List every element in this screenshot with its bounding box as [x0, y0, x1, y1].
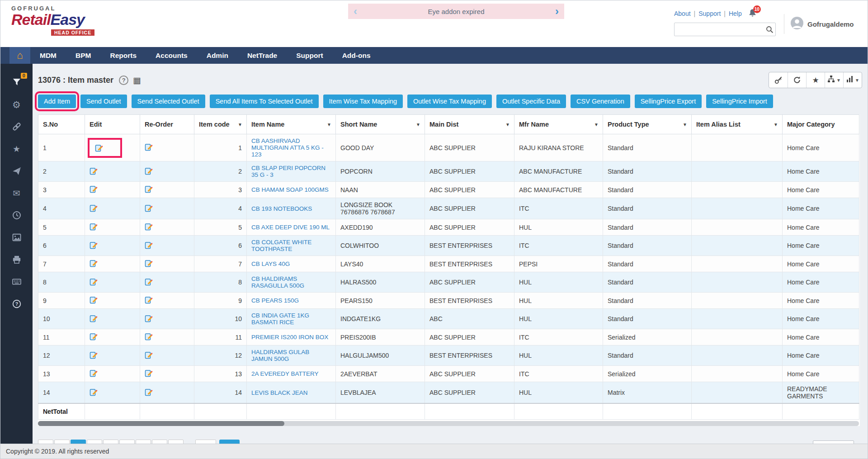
column-header-item-code[interactable]: Item code▼ [194, 115, 247, 134]
header-link-support[interactable]: Support [698, 10, 721, 17]
edit-icon[interactable] [90, 259, 98, 267]
home-button[interactable]: ⌂ [9, 47, 30, 64]
key-settings-button[interactable] [769, 72, 788, 88]
nav-item-accounts[interactable]: Accounts [146, 47, 197, 64]
chart-view-button[interactable]: ▼ [843, 72, 862, 88]
send-selected-outlet-button[interactable]: Send Selected Outlet [132, 95, 205, 108]
header-link-help[interactable]: Help [729, 10, 742, 17]
outlet-wise-tax-mapping-button[interactable]: Outlet Wise Tax Mapping [407, 95, 492, 108]
nav-item-bpm[interactable]: BPM [66, 47, 100, 64]
edit-icon[interactable] [90, 314, 98, 322]
column-header-main-dist[interactable]: Main Dist▼ [425, 115, 514, 134]
nav-item-add-ons[interactable]: Add-ons [333, 47, 380, 64]
send-outlet-icon[interactable] [11, 165, 23, 177]
user-menu[interactable]: Gofrugaldemo [791, 17, 854, 31]
item-name-link[interactable]: CB AASHIRVAAD MULTIGRAIN ATTA 5 KG - 123 [251, 137, 324, 158]
column-header-product-type[interactable]: Product Type▼ [603, 115, 692, 134]
chevron-left-icon[interactable]: ‹ [354, 6, 357, 17]
history-icon[interactable] [11, 209, 23, 221]
sort-icon[interactable]: ▼ [416, 122, 420, 127]
item-wise-tax-mapping-button[interactable]: Item Wise Tax Mapping [323, 95, 403, 108]
nav-item-support[interactable]: Support [287, 47, 332, 64]
add-item-button[interactable]: Add Item [38, 95, 76, 108]
reorder-icon[interactable] [145, 314, 153, 322]
global-search-input[interactable] [675, 23, 764, 36]
item-name-link[interactable]: CB 193 NOTEBOOKS [251, 205, 312, 212]
refresh-button[interactable] [788, 72, 806, 88]
scrollbar-thumb[interactable] [38, 421, 284, 426]
help-icon[interactable]: ? [119, 76, 128, 85]
reorder-icon[interactable] [145, 204, 153, 212]
help-icon[interactable]: ? [11, 298, 23, 310]
settings-icon[interactable]: ⚙ [11, 99, 23, 110]
outlet-specific-data-button[interactable]: Outlet Specific Data [496, 95, 566, 108]
reorder-icon[interactable] [145, 388, 153, 396]
sort-icon[interactable]: ▼ [594, 122, 599, 127]
column-header-item-alias-list[interactable]: Item Alias List▼ [692, 115, 783, 134]
nav-item-admin[interactable]: Admin [197, 47, 238, 64]
csv-generation-button[interactable]: CSV Generation [571, 95, 630, 108]
sellingprice-export-button[interactable]: SellingPrice Export [635, 95, 702, 108]
send-outlet-button[interactable]: Send Outlet [80, 95, 127, 108]
edit-icon[interactable] [90, 351, 98, 359]
favorite-button[interactable]: ★ [806, 72, 825, 88]
grid-view-icon[interactable]: ▦ [133, 75, 141, 85]
send-all-items-to-selected-outlet-button[interactable]: Send All Items To Selected Outlet [210, 95, 319, 108]
edit-icon[interactable] [90, 369, 98, 377]
sort-icon[interactable]: ▼ [238, 122, 242, 127]
edit-icon[interactable] [95, 144, 103, 152]
edit-icon[interactable] [90, 296, 98, 304]
reorder-icon[interactable] [145, 241, 153, 249]
chevron-right-icon[interactable]: › [555, 6, 559, 17]
edit-icon[interactable] [90, 241, 98, 249]
item-name-link[interactable]: 2A EVEREDY BATTERY [251, 370, 319, 377]
edit-icon[interactable] [90, 204, 98, 212]
sort-icon[interactable]: ▼ [774, 122, 778, 127]
item-name-link[interactable]: CB AXE DEEP DIVE 190 ML [251, 224, 330, 231]
item-name-link[interactable]: CB LAYS 40G [251, 260, 290, 267]
link-icon[interactable] [11, 121, 23, 132]
item-name-link[interactable]: CB INDIA GATE 1KG BASMATI RICE [251, 312, 309, 326]
reorder-icon[interactable] [145, 222, 153, 231]
notifications-button[interactable]: 10 [748, 9, 757, 19]
reorder-icon[interactable] [145, 143, 153, 151]
nav-item-mdm[interactable]: MDM [30, 47, 66, 64]
edit-icon[interactable] [90, 332, 98, 341]
print-icon[interactable] [11, 254, 23, 265]
column-header-short-name[interactable]: Short Name▼ [336, 115, 425, 134]
reorder-icon[interactable] [145, 351, 153, 359]
column-header-item-name[interactable]: Item Name▼ [247, 115, 336, 134]
nav-item-reports[interactable]: Reports [100, 47, 146, 64]
item-name-link[interactable]: CB PEARS 150G [251, 297, 299, 304]
item-name-link[interactable]: CB SLAP PERI POPCORN 35 G - 3 [251, 165, 326, 178]
edit-icon[interactable] [90, 222, 98, 231]
edit-icon[interactable] [90, 278, 98, 286]
item-name-link[interactable]: CB COLGATE WHITE TOOTHPASTE [251, 239, 311, 252]
item-name-link[interactable]: HALDIRAMS GULAB JAMUN 500G [251, 349, 309, 362]
reorder-icon[interactable] [145, 296, 153, 304]
favorites-icon[interactable]: ★ [11, 143, 23, 155]
header-link-about[interactable]: About [674, 10, 691, 17]
sort-icon[interactable]: ▼ [327, 122, 331, 127]
reorder-icon[interactable] [145, 259, 153, 267]
sort-icon[interactable]: ▼ [505, 122, 510, 127]
item-name-link[interactable]: PREMIER IS200 IRON BOX [251, 334, 328, 341]
edit-icon[interactable] [90, 167, 98, 175]
reorder-icon[interactable] [145, 369, 153, 377]
nav-item-nettrade[interactable]: NetTrade [238, 47, 287, 64]
filter-icon[interactable]: 0 [11, 76, 23, 88]
search-icon[interactable] [764, 26, 775, 33]
item-name-link[interactable]: CB HALDIRAMS RASAGULLA 500G [251, 275, 304, 289]
item-name-link[interactable]: CB HAMAM SOAP 100GMS [251, 186, 329, 193]
horizontal-scrollbar[interactable] [38, 421, 859, 426]
media-icon[interactable] [11, 232, 23, 243]
reorder-icon[interactable] [145, 185, 153, 193]
column-header-mfr-name[interactable]: Mfr Name▼ [514, 115, 603, 134]
edit-icon[interactable] [90, 185, 98, 193]
mail-icon[interactable]: ✉ [11, 187, 23, 199]
edit-icon[interactable] [90, 388, 98, 396]
sort-icon[interactable]: ▼ [683, 122, 687, 127]
hierarchy-view-button[interactable]: ▼ [825, 72, 843, 88]
reorder-icon[interactable] [145, 167, 153, 175]
reorder-icon[interactable] [145, 332, 153, 341]
